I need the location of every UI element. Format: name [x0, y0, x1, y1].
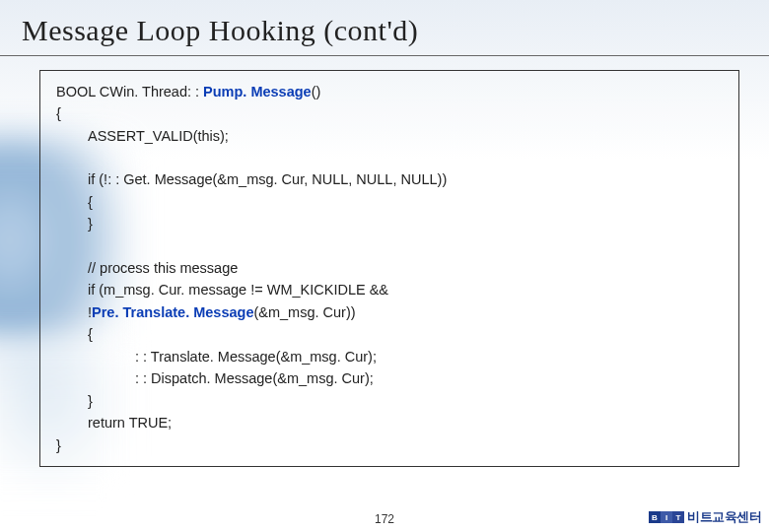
logo-letter-b: B — [649, 511, 661, 523]
code-line: !Pre. Translate. Message(&m_msg. Cur)) — [56, 301, 723, 323]
code-highlight: Pre. Translate. Message — [92, 304, 253, 320]
bit-logo: B I T — [649, 511, 684, 523]
page-number: 172 — [375, 512, 394, 526]
code-line: } — [56, 434, 723, 456]
code-line: // process this message — [56, 257, 723, 279]
slide-title: Message Loop Hooking (cont'd) — [0, 0, 769, 55]
blank-line — [56, 235, 723, 257]
code-line: BOOL CWin. Thread: : Pump. Message() — [56, 81, 723, 102]
code-text: (&m_msg. Cur)) — [253, 304, 355, 320]
footer-branding: B I T 비트교육센터 — [649, 508, 761, 526]
title-underline — [0, 55, 769, 56]
code-text: BOOL CWin. Thread: : — [56, 84, 203, 100]
code-line: } — [56, 390, 723, 412]
logo-letter-t: T — [672, 511, 684, 523]
code-line: return TRUE; — [56, 412, 723, 433]
code-highlight: Pump. Message — [203, 84, 312, 100]
code-line: { — [56, 191, 723, 213]
code-line: : : Translate. Message(&m_msg. Cur); — [56, 346, 723, 367]
code-line: if (!: : Get. Message(&m_msg. Cur, NULL,… — [56, 168, 723, 190]
code-line: if (m_msg. Cur. message != WM_KICKIDLE &… — [56, 279, 723, 300]
code-line: { — [56, 102, 723, 124]
code-line: } — [56, 213, 723, 234]
code-block: BOOL CWin. Thread: : Pump. Message() { A… — [39, 70, 739, 467]
blank-line — [56, 147, 723, 168]
code-line: ASSERT_VALID(this); — [56, 125, 723, 147]
code-line: : : Dispatch. Message(&m_msg. Cur); — [56, 367, 723, 389]
footer-text: 비트교육센터 — [687, 508, 761, 526]
code-line: { — [56, 323, 723, 345]
code-text: () — [312, 84, 321, 100]
logo-letter-i: I — [661, 511, 672, 523]
